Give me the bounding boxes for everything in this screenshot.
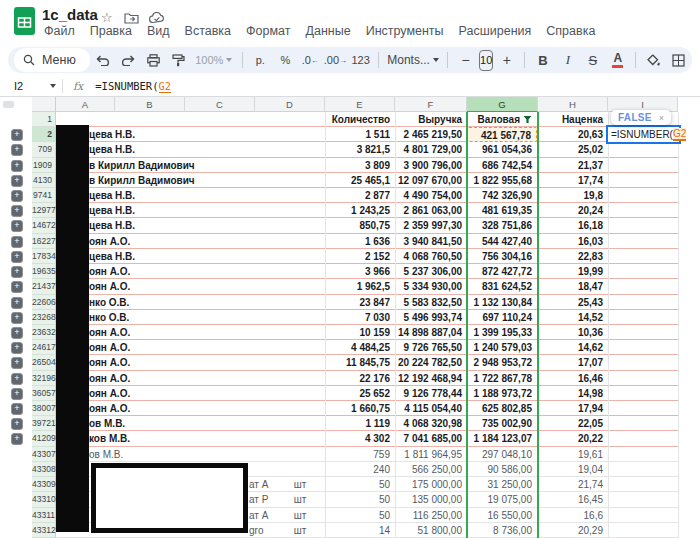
group-expand-button[interactable]: + bbox=[11, 205, 23, 217]
seller-name-cell[interactable]: оян А.О. bbox=[89, 234, 130, 249]
gross-cell[interactable]: 872 427,72 bbox=[467, 264, 537, 279]
menu-tools[interactable]: Инструменты bbox=[366, 24, 444, 38]
quantity-cell[interactable]: 22 176 bbox=[325, 371, 395, 386]
margin-cell[interactable]: 20,22 bbox=[538, 431, 608, 447]
row-number[interactable]: 23268 bbox=[32, 310, 56, 325]
seller-name-cell[interactable]: ов М.В. bbox=[89, 447, 123, 462]
margin-cell[interactable]: 20,29 bbox=[538, 523, 608, 538]
margin-cell[interactable]: 21,37 bbox=[538, 158, 608, 173]
unit-cell[interactable]: шт bbox=[283, 492, 317, 507]
margin-cell[interactable]: 14,62 bbox=[538, 340, 608, 355]
quantity-cell[interactable]: 850,75 bbox=[325, 218, 395, 234]
gross-cell[interactable]: 544 427,40 bbox=[467, 234, 537, 249]
decrease-font-size-button[interactable]: − bbox=[454, 48, 477, 72]
seller-name-cell[interactable]: оян А.О. bbox=[89, 355, 130, 370]
seller-name-cell[interactable]: в Кирилл Вадимович bbox=[89, 158, 195, 173]
row-number[interactable]: 16227 bbox=[32, 234, 56, 249]
unit-cell[interactable]: шт bbox=[283, 508, 317, 523]
group-expand-button[interactable]: + bbox=[11, 312, 23, 324]
product-name-cell[interactable]: ат А bbox=[249, 477, 268, 492]
row-number[interactable]: 32196 bbox=[32, 371, 56, 386]
collapse-groups-button[interactable] bbox=[3, 101, 14, 108]
gross-cell[interactable]: 697 110,24 bbox=[467, 310, 537, 325]
gross-cell[interactable]: 8 736,00 bbox=[467, 523, 537, 538]
header-gross[interactable]: Валовая bbox=[467, 112, 537, 127]
quantity-cell[interactable]: 1 511 bbox=[325, 127, 395, 142]
revenue-cell[interactable]: 566 250,00 bbox=[395, 462, 467, 477]
group-expand-button[interactable]: + bbox=[11, 236, 23, 248]
revenue-cell[interactable]: 5 237 306,00 bbox=[395, 264, 467, 279]
paint-format-button[interactable] bbox=[167, 48, 190, 72]
seller-name-cell[interactable]: цева Н.В. bbox=[89, 203, 135, 218]
row-number[interactable]: 2 bbox=[32, 127, 56, 142]
gross-cell[interactable]: 686 742,54 bbox=[467, 158, 537, 173]
gross-cell[interactable]: 31 250,00 bbox=[467, 477, 537, 492]
revenue-cell[interactable]: 4 801 729,00 bbox=[395, 142, 467, 158]
margin-cell[interactable]: 20,63 bbox=[538, 127, 608, 142]
name-box[interactable]: I2 bbox=[14, 80, 56, 92]
quantity-cell[interactable]: 23 847 bbox=[325, 295, 395, 310]
italic-button[interactable]: I bbox=[556, 48, 579, 72]
row-number[interactable]: 1 bbox=[32, 112, 56, 127]
gross-cell[interactable]: 19 075,00 bbox=[467, 492, 537, 508]
quantity-cell[interactable]: 3 821,5 bbox=[325, 142, 395, 158]
group-expand-button[interactable]: + bbox=[11, 160, 23, 172]
gross-cell[interactable]: 2 948 953,72 bbox=[467, 355, 537, 371]
group-expand-button[interactable]: + bbox=[11, 418, 23, 430]
group-expand-button[interactable]: + bbox=[11, 388, 23, 400]
seller-name-cell[interactable]: нко О.В. bbox=[89, 310, 129, 325]
seller-name-cell[interactable]: оян А.О. bbox=[89, 401, 130, 416]
row-number[interactable]: 709 bbox=[32, 142, 56, 158]
seller-name-cell[interactable]: цева Н.В. bbox=[89, 249, 135, 264]
revenue-cell[interactable]: 14 898 887,04 bbox=[395, 325, 467, 340]
margin-cell[interactable]: 16,6 bbox=[538, 508, 608, 523]
column-header-G[interactable]: G bbox=[467, 97, 538, 112]
menu-extensions[interactable]: Расширения bbox=[459, 24, 532, 38]
header-quantity[interactable]: Количество bbox=[325, 112, 395, 127]
product-name-cell[interactable]: ат А bbox=[249, 508, 268, 523]
quantity-cell[interactable]: 10 159 bbox=[325, 325, 395, 340]
borders-button[interactable] bbox=[667, 48, 690, 72]
gross-cell[interactable]: 90 586,00 bbox=[467, 462, 537, 477]
bold-button[interactable]: B bbox=[531, 48, 554, 72]
group-expand-button[interactable]: + bbox=[11, 373, 23, 385]
revenue-cell[interactable]: 12 097 670,00 bbox=[395, 173, 467, 188]
group-expand-button[interactable]: + bbox=[11, 281, 23, 293]
row-number[interactable]: 36057 bbox=[32, 386, 56, 401]
row-number[interactable]: 24617 bbox=[32, 340, 56, 355]
row-number[interactable]: 39721 bbox=[32, 416, 56, 431]
document-title[interactable]: 1c_data bbox=[42, 6, 98, 23]
menu-file[interactable]: Файл bbox=[44, 24, 75, 38]
row-number[interactable]: 21437 bbox=[32, 279, 56, 295]
column-header-B[interactable]: B bbox=[115, 97, 185, 112]
revenue-cell[interactable]: 20 224 782,50 bbox=[395, 355, 467, 371]
gross-cell[interactable]: 742 326,90 bbox=[467, 188, 537, 203]
seller-name-cell[interactable]: оян А.О. bbox=[89, 340, 130, 355]
increase-decimal-button[interactable]: .00→ bbox=[324, 48, 347, 72]
quantity-cell[interactable]: 1 243,25 bbox=[325, 203, 395, 218]
revenue-cell[interactable]: 3 940 841,50 bbox=[395, 234, 467, 249]
margin-cell[interactable]: 14,98 bbox=[538, 386, 608, 401]
seller-name-cell[interactable]: оян А.О. bbox=[89, 386, 130, 401]
product-name-cell[interactable]: ат Р bbox=[249, 492, 268, 507]
group-expand-button[interactable]: + bbox=[11, 251, 23, 263]
redo-button[interactable] bbox=[117, 48, 140, 72]
revenue-cell[interactable]: 7 041 685,00 bbox=[395, 431, 467, 447]
margin-cell[interactable]: 17,74 bbox=[538, 173, 608, 188]
menu-format[interactable]: Формат bbox=[246, 24, 290, 38]
gross-cell[interactable]: 1 188 973,72 bbox=[467, 386, 537, 401]
group-expand-button[interactable]: + bbox=[11, 357, 23, 369]
row-number[interactable]: 12977 bbox=[32, 203, 56, 218]
unit-cell[interactable]: шт bbox=[283, 477, 317, 492]
row-number[interactable]: 43308 bbox=[32, 462, 56, 477]
group-expand-button[interactable]: + bbox=[11, 297, 23, 309]
seller-name-cell[interactable]: в Кирилл Вадимович bbox=[89, 173, 195, 188]
quantity-cell[interactable]: 2 152 bbox=[325, 249, 395, 264]
quantity-cell[interactable]: 7 030 bbox=[325, 310, 395, 325]
group-expand-button[interactable]: + bbox=[11, 342, 23, 354]
group-expand-button[interactable]: + bbox=[11, 220, 23, 232]
seller-name-cell[interactable]: цева Н.В. bbox=[89, 188, 135, 203]
revenue-cell[interactable]: 2 359 997,30 bbox=[395, 218, 467, 234]
revenue-cell[interactable]: 9 726 765,50 bbox=[395, 340, 467, 355]
revenue-cell[interactable]: 4 068 320,98 bbox=[395, 416, 467, 431]
